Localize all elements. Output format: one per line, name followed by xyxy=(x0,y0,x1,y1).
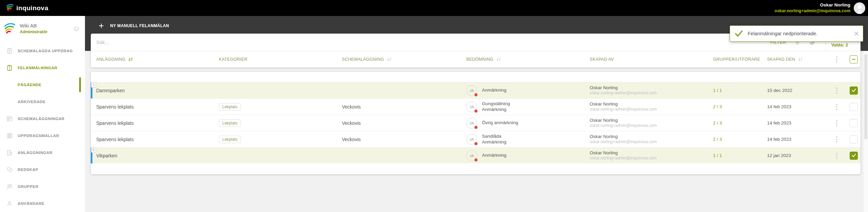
cell-grupper-utforare: 1 / 1 xyxy=(701,88,761,93)
top-bar: inquinova Oskar Norling oskar.norling+ad… xyxy=(0,0,868,16)
sidebar-item-grupper[interactable]: GRUPPER xyxy=(0,178,85,195)
cell-skapad-av: Oskar Norling oskar.norling+admin@inquin… xyxy=(584,117,701,129)
column-header-bedomning[interactable]: BEDÖMNING xyxy=(461,57,584,62)
layers-icon[interactable] xyxy=(73,25,80,33)
cell-skapad-den: 12 jan 2023 xyxy=(761,153,831,158)
table-row[interactable]: Sparvens lekplats Lekplats Veckovis JA G… xyxy=(91,98,861,115)
category-chip: Lekplats xyxy=(219,136,241,143)
assessment-text: Anmärkning xyxy=(482,153,506,158)
creator-name: Oskar Norling xyxy=(590,101,657,107)
assessment-badge: JA xyxy=(466,101,477,112)
org-logo-icon xyxy=(3,21,16,36)
sidebar-item-label: PÅGÅENDE xyxy=(18,83,41,87)
clipboard-list-icon xyxy=(6,47,18,54)
row-checkbox[interactable] xyxy=(850,152,858,160)
sort-icon xyxy=(798,57,803,62)
user-icon xyxy=(6,200,18,207)
sidebar-item-schemalaggningar[interactable]: SCHEMALÄGGNINGAR xyxy=(0,110,85,127)
assessment-badge: JA xyxy=(466,118,477,129)
toast-message: Felanmälningar nedprioriterade. xyxy=(748,31,854,36)
table-header-row: ANLÄGGNINGKATEGORIERSCHEMALÄGGNINGBEDÖMN… xyxy=(91,51,861,68)
cell-checkbox xyxy=(843,86,861,95)
row-menu-icon[interactable] xyxy=(831,153,843,159)
sidebar-item-anvandare[interactable]: ANVÄNDARE xyxy=(0,195,85,212)
cell-anlaggning: Sparvens lekplats xyxy=(91,104,213,110)
sidebar-item-anlaggningar[interactable]: ANLÄGGNINGAR xyxy=(0,144,85,161)
column-header-schemalaggning[interactable]: SCHEMALÄGGNING xyxy=(336,57,461,62)
cell-skapad-av: Oskar Norling oskar.norling+admin@inquin… xyxy=(584,85,701,96)
cell-skapad-av: Oskar Norling oskar.norling+admin@inquin… xyxy=(584,101,701,112)
cell-skapad-av: Oskar Norling oskar.norling+admin@inquin… xyxy=(584,150,701,161)
creator-name: Oskar Norling xyxy=(590,134,657,140)
calendar-icon xyxy=(6,115,18,122)
row-checkbox[interactable] xyxy=(850,86,858,95)
column-header-skapadav[interactable]: SKAPAD AV xyxy=(584,57,701,62)
sidebar-item-label: ANLÄGGNINGAR xyxy=(18,151,52,155)
header-menu-icon[interactable] xyxy=(831,56,843,62)
select-all-checkbox[interactable] xyxy=(850,55,858,63)
cell-grupper-utforare: 1 / 1 xyxy=(701,153,761,158)
user-name: Oskar Norling xyxy=(775,2,850,8)
org-header: Wiki AB Administratör xyxy=(0,16,85,40)
selected-count: Valda: 2 xyxy=(831,42,848,47)
scrollbar-track xyxy=(864,51,868,212)
cell-bedomning: JA GungställningAnmärkning xyxy=(461,101,584,113)
cell-bedomning: JA Övrig anmärkning xyxy=(461,118,584,129)
sidebar: Wiki AB Administratör SCHEMALAGDA UPPDR xyxy=(0,16,85,212)
cell-grupper-utforare: 2 / 3 xyxy=(701,137,761,142)
table-row[interactable]: Sparvens lekplats Lekplats Veckovis JA S… xyxy=(91,131,861,147)
column-header-anlaggning[interactable]: ANLÄGGNING xyxy=(91,57,213,62)
sidebar-item-label: UPPDRAGSMALLAR xyxy=(18,134,59,138)
sidebar-item-schemalagda-uppdrag[interactable]: SCHEMALAGDA UPPDRAG xyxy=(0,42,85,59)
sidebar-item-label: SCHEMALÄGGNINGAR xyxy=(18,117,65,121)
table-row[interactable]: 1 Dammparken JA Anmärkning Oskar Norling… xyxy=(91,82,861,98)
user-email: oskar.norling+admin@inquinova.com xyxy=(775,8,850,14)
sidebar-item-uppdragsmallar[interactable]: UPPDRAGSMALLAR xyxy=(0,127,85,144)
row-index-badge: 5 xyxy=(91,148,96,153)
row-menu-icon[interactable] xyxy=(831,104,843,110)
assessment-text: Anmärkning xyxy=(482,88,506,93)
cell-schemalaggning: Veckovis xyxy=(336,104,461,110)
cell-checkbox xyxy=(843,152,861,160)
sort-icon xyxy=(387,57,392,62)
toast-close-icon[interactable] xyxy=(854,31,859,36)
row-checkbox[interactable] xyxy=(850,135,858,143)
assessment-badge: JA xyxy=(466,85,477,96)
alert-dot xyxy=(474,158,478,161)
new-manual-report-button[interactable]: NY MANUELL FELANMÄLAN xyxy=(97,22,170,30)
avatar[interactable] xyxy=(854,2,865,14)
creator-email: oskar.norling+admin@inquinova.com xyxy=(590,91,657,96)
search-input[interactable] xyxy=(91,34,770,51)
table-row[interactable]: Sparvens lekplats Lekplats Veckovis JA Ö… xyxy=(91,115,861,131)
cell-anlaggning: Sparvens lekplats xyxy=(91,120,213,126)
assessment-text: GungställningAnmärkning xyxy=(482,101,510,113)
sidebar-item-arkiverade[interactable]: ARKIVERADE xyxy=(0,93,85,110)
row-checkbox[interactable] xyxy=(850,103,858,111)
cell-grupper-utforare: 2 / 3 xyxy=(701,120,761,126)
table-row[interactable]: 5 Vikparken JA Anmärkning Oskar Norling … xyxy=(91,147,861,163)
row-menu-icon[interactable] xyxy=(831,120,843,126)
cell-bedomning: JA Anmärkning xyxy=(461,150,584,161)
alert-dot xyxy=(474,142,478,145)
assessment-badge: JA xyxy=(466,134,477,145)
column-header-grupper[interactable]: GRUPPER/UTFÖRARE xyxy=(701,57,761,62)
sidebar-item-label: GRUPPER xyxy=(18,185,38,189)
sidebar-item-label: REDSKAP xyxy=(18,168,38,172)
scrollbar-thumb[interactable] xyxy=(864,54,867,139)
sidebar-item-label: ANVÄNDARE xyxy=(18,201,45,206)
cell-checkbox xyxy=(843,135,861,143)
sidebar-item-felanmalningar[interactable]: FELANMÄLNINGAR xyxy=(0,59,85,76)
column-header-kategorier[interactable]: KATEGORIER xyxy=(213,57,336,62)
row-menu-icon[interactable] xyxy=(831,88,843,94)
row-checkbox[interactable] xyxy=(850,119,858,127)
column-header-skapadden[interactable]: SKAPAD DEN xyxy=(761,57,831,62)
cell-skapad-den: 15 dec 2022 xyxy=(761,88,831,93)
sort-icon xyxy=(128,57,133,62)
sidebar-item-pagaende[interactable]: PÅGÅENDE xyxy=(0,76,85,93)
app-screen: inquinova Oskar Norling oskar.norling+ad… xyxy=(0,0,868,212)
user-menu[interactable]: Oskar Norling oskar.norling+admin@inquin… xyxy=(775,2,868,14)
assessment-text: Övrig anmärkning xyxy=(482,120,518,126)
org-name: Wiki AB xyxy=(20,23,69,29)
sidebar-item-redskap[interactable]: REDSKAP xyxy=(0,161,85,178)
row-menu-icon[interactable] xyxy=(831,136,843,142)
